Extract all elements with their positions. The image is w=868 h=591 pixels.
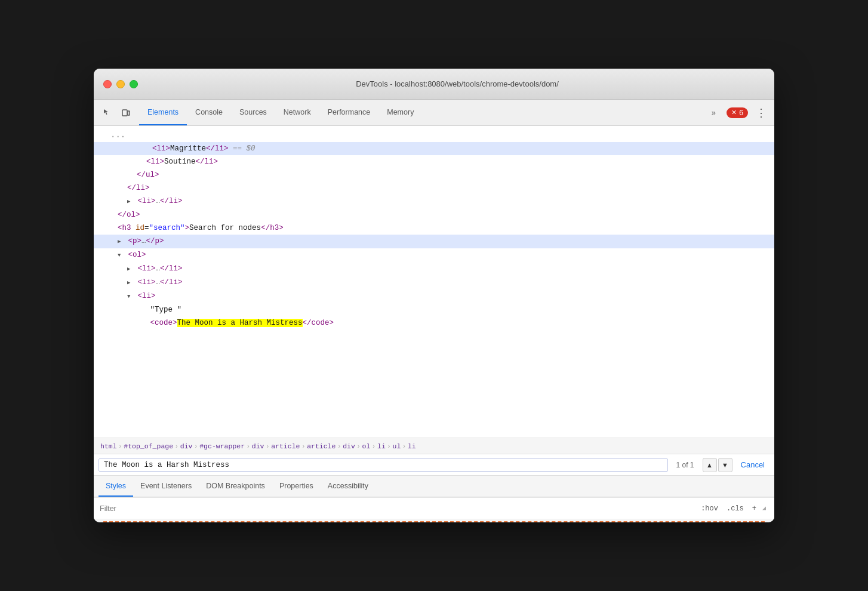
dom-line[interactable]: <li>Soutine</li> (94, 155, 774, 168)
breadcrumb-item[interactable]: article (305, 442, 337, 450)
breadcrumb-item[interactable]: ol (361, 442, 373, 450)
dotted-divider (103, 521, 765, 522)
tab-network[interactable]: Network (275, 100, 319, 125)
dom-line[interactable]: ▶ <li>…</li> (94, 276, 774, 290)
breadcrumb-item[interactable]: li (375, 442, 387, 450)
traffic-lights (103, 80, 138, 88)
dom-panel[interactable]: ... <li>Magritte</li> == $0 <li>Soutine<… (94, 126, 774, 438)
breadcrumb-item[interactable]: ul (390, 442, 402, 450)
cancel-button[interactable]: Cancel (736, 460, 769, 469)
error-icon: ✕ (731, 109, 737, 116)
add-style-button[interactable]: + (750, 503, 759, 514)
search-prev-button[interactable]: ▲ (703, 458, 717, 472)
filter-controls: :hov .cls + ◢ (698, 503, 768, 514)
tab-bar-icons (99, 100, 134, 125)
dom-line[interactable]: ▶ <li>…</li> (94, 262, 774, 276)
maximize-button[interactable] (130, 80, 138, 88)
tab-console[interactable]: Console (187, 100, 231, 125)
device-icon[interactable] (118, 104, 134, 121)
dom-line[interactable]: <h3 id="search">Search for nodes</h3> (94, 221, 774, 235)
inspect-icon[interactable] (99, 104, 115, 121)
tab-elements[interactable]: Elements (139, 100, 187, 125)
bottom-tab-bar: Styles Event Listeners DOM Breakpoints P… (94, 476, 774, 497)
minimize-button[interactable] (116, 80, 125, 88)
close-button[interactable] (103, 80, 112, 88)
menu-button[interactable]: ⋮ (753, 104, 769, 121)
filter-input[interactable] (100, 504, 694, 513)
error-count: 6 (739, 109, 743, 117)
bottom-panel: Styles Event Listeners DOM Breakpoints P… (94, 476, 774, 522)
devtools-window: DevTools - localhost:8080/web/tools/chro… (94, 69, 774, 522)
dom-line[interactable]: <code>The Moon is a Harsh Mistress</code… (94, 316, 774, 330)
search-next-button[interactable]: ▼ (718, 458, 732, 472)
filter-bar: :hov .cls + ◢ (94, 497, 774, 519)
tabbar-right: » ✕ 6 ⋮ (705, 100, 769, 125)
search-bar: 1 of 1 ▲ ▼ Cancel (94, 454, 774, 476)
dom-line[interactable]: </ul> (94, 168, 774, 181)
dom-line[interactable]: </ol> (94, 208, 774, 221)
error-badge[interactable]: ✕ 6 (727, 107, 748, 118)
tab-properties[interactable]: Properties (272, 476, 321, 497)
breadcrumb-item[interactable]: div (250, 442, 266, 450)
dom-line[interactable]: ▼ <ol> (94, 248, 774, 262)
svg-rect-0 (122, 110, 127, 116)
resize-handle[interactable]: ◢ (762, 504, 768, 513)
cls-button[interactable]: .cls (724, 503, 746, 514)
dom-line[interactable]: <li>Magritte</li> == $0 (94, 142, 774, 155)
tab-styles[interactable]: Styles (99, 476, 133, 497)
breadcrumb-item[interactable]: #top_of_page (122, 442, 175, 450)
search-count: 1 of 1 (672, 461, 699, 469)
search-input[interactable] (99, 458, 668, 472)
svg-rect-1 (128, 111, 130, 115)
titlebar: DevTools - localhost:8080/web/tools/chro… (94, 69, 774, 100)
hov-button[interactable]: :hov (698, 503, 721, 514)
breadcrumb-item[interactable]: div (341, 442, 357, 450)
ellipsis-icon[interactable]: ... (108, 130, 128, 140)
breadcrumb: html › #top_of_page › div › #gc-wrapper … (94, 438, 774, 454)
breadcrumb-item[interactable]: article (269, 442, 301, 450)
dom-line[interactable]: "Type " (94, 303, 774, 316)
dom-line[interactable]: ▶ <li>…</li> (94, 195, 774, 208)
breadcrumb-item[interactable]: #gc-wrapper (198, 442, 247, 450)
dom-line[interactable]: ... (94, 128, 774, 142)
tab-memory[interactable]: Memory (378, 100, 422, 125)
tab-performance[interactable]: Performance (319, 100, 379, 125)
tab-accessibility[interactable]: Accessibility (321, 476, 375, 497)
window-title: DevTools - localhost:8080/web/tools/chro… (150, 79, 765, 88)
dotted-line-area (94, 519, 774, 522)
search-nav: ▲ ▼ (703, 458, 732, 472)
breadcrumb-item[interactable]: html (99, 442, 119, 450)
breadcrumb-item[interactable]: div (178, 442, 195, 450)
tab-event-listeners[interactable]: Event Listeners (133, 476, 199, 497)
tab-dom-breakpoints[interactable]: DOM Breakpoints (199, 476, 272, 497)
more-tabs-button[interactable]: » (705, 104, 722, 121)
tab-sources[interactable]: Sources (231, 100, 275, 125)
dom-line[interactable]: </li> (94, 181, 774, 195)
breadcrumb-item[interactable]: li (406, 442, 418, 450)
tab-bar: Elements Console Sources Network Perform… (94, 100, 774, 126)
dom-line[interactable]: ▶ <p>…</p> (94, 235, 774, 248)
dom-line[interactable]: ▼ <li> (94, 290, 774, 303)
